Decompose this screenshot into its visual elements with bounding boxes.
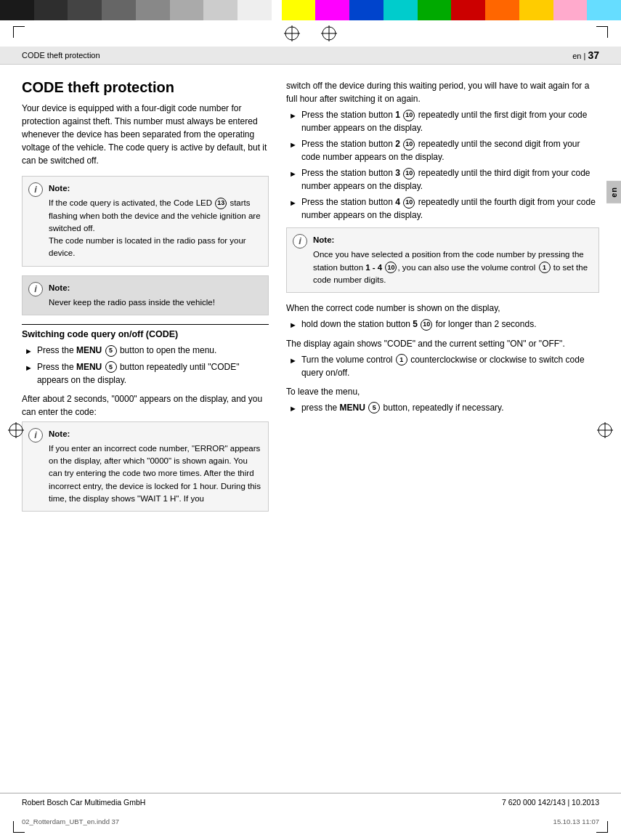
header-right: en | 37 <box>572 49 599 61</box>
note-box-3: i Note: If you enter an incorrect code n… <box>22 421 269 512</box>
reg-mark-right <box>320 25 338 44</box>
switching-steps-list: ► Press the MENU 5 button to open the me… <box>22 344 269 387</box>
left-column: CODE theft protection Your device is equ… <box>22 79 269 520</box>
step-text: Press the station button 1 10 repeatedly… <box>301 108 599 134</box>
turn-step-list: ► Turn the volume control 1 counterclock… <box>286 353 599 379</box>
list-item: ► Press the MENU 5 button repeatedly unt… <box>22 360 269 387</box>
arrow-icon: ► <box>289 403 297 415</box>
hold-step-list: ► hold down the station button 5 10 for … <box>286 318 599 331</box>
reg-mark-side-right <box>596 421 614 441</box>
reg-mark-left <box>283 25 301 44</box>
note-title-4: Note: <box>313 234 591 246</box>
color-seg-magenta <box>315 0 349 20</box>
circle-5c: 5 <box>368 402 380 413</box>
note-title-1: Note: <box>49 182 261 195</box>
note-text-2: Never keep the radio pass inside the veh… <box>49 296 261 309</box>
arrow-icon: ► <box>25 362 33 387</box>
para4: To leave the menu, <box>286 385 599 398</box>
corner-mark-br <box>596 821 608 833</box>
color-seg-red <box>451 0 485 20</box>
header-page: 37 <box>588 49 599 61</box>
color-bar <box>0 0 621 20</box>
arrow-icon: ► <box>289 319 297 331</box>
list-item: ► Press the station button 4 10 repeated… <box>286 195 599 222</box>
color-seg-orange <box>485 0 519 20</box>
corner-mark-tr <box>596 26 608 38</box>
bottom-line: 02_Rotterdam_UBT_en.indd 37 15.10.13 11:… <box>0 817 621 825</box>
note-box-2: i Note: Never keep the radio pass inside… <box>22 275 269 316</box>
circle-10b: 10 <box>403 139 415 150</box>
circle-13: 13 <box>215 198 227 209</box>
list-item: ► hold down the station button 5 10 for … <box>286 318 599 331</box>
note-icon-1: i <box>28 182 43 197</box>
color-seg-7 <box>203 0 238 20</box>
note-text-3: If you enter an incorrect code number, "… <box>49 443 261 505</box>
note-text-1: If the code query is activated, the Code… <box>49 197 261 259</box>
note-title-2: Note: <box>49 282 261 294</box>
circle-5a: 5 <box>105 345 117 357</box>
side-tab: en <box>606 181 621 203</box>
para-after2steps: After about 2 seconds, "0000" appears on… <box>22 392 269 419</box>
color-seg-cyan <box>383 0 418 20</box>
list-item: ► press the MENU 5 button, repeatedly if… <box>286 401 599 415</box>
note-box-4: i Note: Once you have selected a positio… <box>286 227 599 293</box>
footer-right: 7 620 000 142/143 | 10.2013 <box>502 798 599 807</box>
right-intro: switch off the device during this waitin… <box>286 79 599 105</box>
leave-step-list: ► press the MENU 5 button, repeatedly if… <box>286 401 599 415</box>
reg-mark-side-left <box>7 421 25 441</box>
step-text: Turn the volume control 1 counterclockwi… <box>301 353 599 379</box>
list-item: ► Press the station button 1 10 repeated… <box>286 108 599 134</box>
circle-10a: 10 <box>403 110 415 121</box>
circle-10f: 10 <box>421 319 432 331</box>
right-column: switch off the device during this waitin… <box>286 79 599 520</box>
step-text: press the MENU 5 button, repeatedly if n… <box>301 401 504 415</box>
list-item: ► Press the station button 2 10 repeated… <box>286 137 599 163</box>
arrow-icon: ► <box>289 197 297 222</box>
step-text: Press the MENU 5 button repeatedly until… <box>37 360 269 387</box>
footer-left: Robert Bosch Car Multimedia GmbH <box>22 798 145 807</box>
color-seg-white <box>272 0 282 20</box>
header-left: CODE theft protection <box>22 51 100 60</box>
list-item: ► Press the MENU 5 button to open the me… <box>22 344 269 358</box>
circle-10d: 10 <box>403 197 415 209</box>
footer: Robert Bosch Car Multimedia GmbH 7 620 0… <box>0 793 621 811</box>
color-seg-4 <box>102 0 136 20</box>
note-title-3: Note: <box>49 428 261 440</box>
note-icon-4: i <box>293 234 307 249</box>
color-seg-blue <box>349 0 383 20</box>
main-title: CODE theft protection <box>22 79 269 96</box>
color-seg-pink <box>553 0 588 20</box>
color-seg-1 <box>0 0 34 20</box>
header-lang: en <box>572 52 581 60</box>
color-seg-6 <box>170 0 204 20</box>
corner-mark-tl <box>13 26 25 38</box>
intro-text: Your device is equipped with a four-digi… <box>22 102 269 167</box>
bottom-left: 02_Rotterdam_UBT_en.indd 37 <box>22 817 119 825</box>
note-icon-2: i <box>28 282 43 296</box>
list-item: ► Press the station button 3 10 repeated… <box>286 166 599 193</box>
section-title: Switching code query on/off (CODE) <box>22 324 269 339</box>
corner-mark-bl <box>13 821 25 833</box>
content-wrapper: en CODE theft protection Your device is … <box>0 65 621 535</box>
bottom-right: 15.10.13 11:07 <box>553 817 599 825</box>
circle-1b: 1 <box>396 354 407 366</box>
note-box-1: i Note: If the code query is activated, … <box>22 176 269 267</box>
step-text: Press the MENU 5 button to open the menu… <box>37 344 217 358</box>
circle-5b: 5 <box>105 361 117 373</box>
header-bar: CODE theft protection en | 37 <box>0 47 621 65</box>
color-seg-5 <box>136 0 170 20</box>
color-seg-8 <box>238 0 272 20</box>
station-steps-list: ► Press the station button 1 10 repeated… <box>286 108 599 222</box>
arrow-icon: ► <box>289 168 297 193</box>
list-item: ► Turn the volume control 1 counterclock… <box>286 353 599 379</box>
color-seg-yellow <box>282 0 316 20</box>
color-seg-3 <box>68 0 102 20</box>
circle-10c: 10 <box>403 168 415 179</box>
circle-1a: 1 <box>539 262 551 273</box>
color-seg-ltblue <box>587 0 621 20</box>
arrow-icon: ► <box>289 110 297 134</box>
arrow-icon: ► <box>25 345 33 358</box>
color-seg-gold <box>519 0 553 20</box>
marks-row <box>0 20 621 47</box>
color-seg-green <box>418 0 452 20</box>
